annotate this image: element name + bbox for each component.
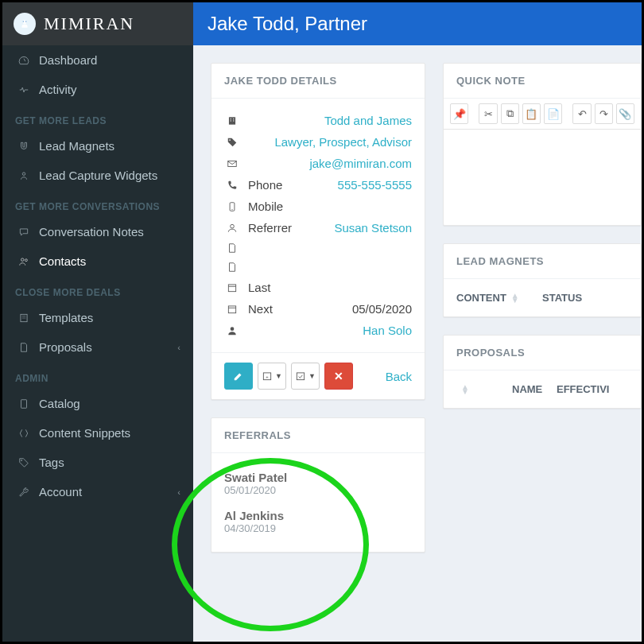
tag-link[interactable]: Prospect — [319, 135, 366, 149]
snippet-icon — [15, 428, 33, 439]
sidebar-item-label: Dashboard — [39, 53, 97, 67]
undo-icon[interactable]: ↶ — [572, 103, 591, 124]
sidebar-item-account[interactable]: Account‹ — [2, 477, 193, 506]
heartbeat-icon — [15, 84, 33, 95]
contacts-icon — [15, 256, 33, 267]
doc-row-1 — [224, 239, 412, 258]
referrer-label: Referrer — [248, 221, 292, 235]
phone-label: Phone — [248, 178, 282, 192]
svg-rect-13 — [233, 118, 234, 119]
svg-point-1 — [23, 21, 24, 22]
svg-rect-9 — [21, 399, 27, 408]
quick-note-card: QUICK NOTE 📌 ✂ ⧉ 📋 📄 ↶ ↷ 📎 — [443, 63, 642, 226]
mobile-label: Mobile — [248, 200, 283, 213]
tag-icon — [15, 457, 33, 468]
doc-row-2 — [224, 258, 412, 277]
next-date: 05/05/2020 — [352, 302, 412, 316]
sidebar-item-label: Lead Capture Widgets — [39, 169, 157, 182]
phone-value[interactable]: 555-555-5555 — [338, 178, 412, 192]
schedule-add-button[interactable]: +▼ — [258, 363, 286, 390]
gauge-icon — [15, 55, 33, 66]
tag-link[interactable]: Advisor — [372, 135, 412, 149]
sidebar-item-templates[interactable]: Templates — [2, 303, 193, 332]
company-row: Todd and James — [224, 110, 412, 131]
last-row: Last — [224, 277, 412, 298]
p-col-name[interactable]: NAME — [512, 383, 557, 395]
referral-item[interactable]: Al Jenkins04/30/2019 — [224, 502, 412, 541]
chat-icon — [15, 227, 33, 238]
mobile-icon — [224, 201, 240, 212]
sidebar-item-content-snippets[interactable]: Content Snippets — [2, 418, 193, 448]
more-icon[interactable]: 📎 — [616, 103, 634, 124]
proposals-header: PROPOSALS — [444, 336, 641, 370]
envelope-icon — [224, 158, 240, 169]
document-icon — [224, 262, 240, 273]
sidebar-item-contacts[interactable]: Contacts — [2, 246, 193, 276]
email-link[interactable]: jake@mimiran.com — [309, 157, 412, 170]
sidebar-item-label: Account — [39, 485, 82, 499]
referral-name: Swati Patel — [224, 471, 412, 484]
svg-rect-12 — [231, 118, 231, 119]
calendar-icon — [224, 304, 240, 315]
email-row: jake@mimiran.com — [224, 153, 412, 174]
sidebar-item-catalog[interactable]: Catalog — [2, 389, 193, 418]
pin-icon[interactable]: 📌 — [450, 103, 468, 124]
cut-icon[interactable]: ✂ — [479, 103, 497, 124]
tags-row: Lawyer, Prospect, Advisor — [224, 131, 412, 153]
building-icon — [224, 115, 240, 126]
svg-point-16 — [229, 139, 231, 141]
svg-rect-23 — [228, 305, 235, 312]
sidebar-item-lead-capture-widgets[interactable]: Lead Capture Widgets — [2, 161, 193, 190]
svg-point-3 — [22, 172, 25, 175]
referral-item[interactable]: Swati Patel05/01/2020 — [224, 464, 412, 502]
sidebar-item-tags[interactable]: Tags — [2, 448, 193, 477]
next-label: Next — [248, 302, 273, 316]
rich-text-toolbar: 📌 ✂ ⧉ 📋 📄 ↶ ↷ 📎 — [444, 99, 641, 130]
p-col-effective[interactable]: EFFECTIVI — [557, 383, 628, 395]
sidebar-item-label: Tags — [39, 456, 64, 469]
lm-col-status[interactable]: STATUS — [542, 292, 628, 304]
brand-name: MIMIRAN — [44, 14, 134, 34]
sidebar-item-conversation-notes[interactable]: Conversation Notes — [2, 217, 193, 246]
svg-rect-21 — [228, 284, 235, 291]
edit-button[interactable] — [224, 363, 253, 390]
owner-link[interactable]: Han Solo — [363, 324, 412, 337]
schedule-check-button[interactable]: ▼ — [291, 363, 320, 390]
redo-icon[interactable]: ↷ — [595, 103, 613, 124]
lm-col-content[interactable]: CONTENT▲▼ — [456, 292, 542, 304]
referrer-row: Referrer Susan Stetson — [224, 217, 412, 239]
sidebar-item-label: Proposals — [39, 340, 92, 354]
mobile-row: Mobile — [224, 196, 412, 217]
phone-icon — [224, 180, 240, 191]
sidebar-item-dashboard[interactable]: Dashboard — [2, 45, 193, 75]
back-link[interactable]: Back — [386, 370, 412, 383]
sidebar-item-label: Templates — [39, 311, 93, 324]
svg-rect-28 — [297, 373, 304, 380]
user-solid-icon — [224, 325, 240, 336]
document-icon — [224, 242, 240, 254]
tag-icon — [224, 137, 240, 148]
paste-icon[interactable]: 📋 — [522, 103, 541, 124]
sidebar-item-activity[interactable]: Activity — [2, 75, 193, 104]
chevron-left-icon: ‹ — [177, 487, 180, 497]
details-header: JAKE TODD DETAILS — [211, 64, 425, 99]
delete-button[interactable]: ✕ — [324, 363, 353, 390]
svg-rect-17 — [228, 161, 237, 166]
tags-list[interactable]: Lawyer, Prospect, Advisor — [274, 135, 412, 149]
quick-note-editor[interactable] — [444, 130, 641, 225]
p-col-blank[interactable]: ▲▼ — [456, 383, 512, 395]
next-row: Next 05/05/2020 — [224, 298, 412, 320]
company-link[interactable]: Todd and James — [324, 114, 412, 127]
mascot-icon — [14, 13, 36, 35]
svg-text:+: + — [266, 374, 269, 379]
sidebar-item-lead-magnets[interactable]: Lead Magnets — [2, 131, 193, 161]
tag-link[interactable]: Lawyer — [274, 135, 312, 149]
sidebar-item-proposals[interactable]: Proposals‹ — [2, 332, 193, 362]
referrer-link[interactable]: Susan Stetson — [334, 221, 412, 235]
sort-icon: ▲▼ — [511, 293, 519, 303]
svg-point-0 — [23, 20, 27, 24]
svg-rect-14 — [231, 120, 231, 121]
paste-text-icon[interactable]: 📄 — [544, 103, 562, 124]
brand-logo[interactable]: MIMIRAN — [2, 2, 193, 45]
copy-icon[interactable]: ⧉ — [501, 103, 519, 124]
